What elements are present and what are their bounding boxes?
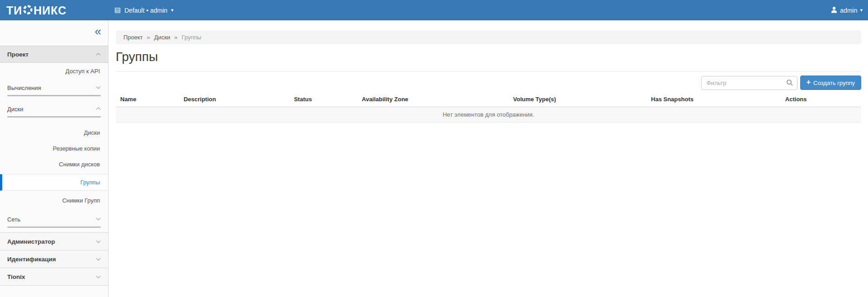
column-header-status[interactable]: Status [289,91,357,107]
context-label: Default • admin [124,7,167,14]
column-header-actions[interactable]: Actions [781,91,861,107]
main-content: Проект » Диски » Группы Группы + Создать… [109,20,868,297]
sidebar-item-api-access[interactable]: Доступ к API [0,63,108,80]
user-icon [831,6,837,14]
page-header: Группы [116,50,861,72]
chevron-down-icon [96,216,101,221]
sidebar-item-groups[interactable]: Группы [0,174,108,191]
toggle-label: Сеть [7,216,20,223]
column-header-availability-zone[interactable]: Availability Zone [357,91,509,107]
top-header-bar: ТИ НИКС ▤ Default • admin ▾ admin ▾ [0,0,868,20]
chevron-down-icon: ▾ [860,8,863,13]
sidebar-toggle-volumes[interactable]: Диски [0,101,108,116]
breadcrumb: Проект » Диски » Группы [116,30,861,44]
table-empty-row: Нет элементов для отображения. [116,107,861,123]
sidebar-collapse-row: « [0,20,108,46]
sidebar-item-backups[interactable]: Резервные копии [0,141,108,156]
create-group-button[interactable]: + Создать группу [800,75,861,90]
column-header-has-snapshots[interactable]: Has Snapshots [646,91,781,107]
project-context-switcher[interactable]: ▤ Default • admin ▾ [114,0,174,20]
empty-state-message: Нет элементов для отображения. [116,107,861,123]
chevron-down-icon [96,85,101,89]
chevron-down-icon: ▾ [171,8,174,13]
toggle-label: Диски [7,106,24,113]
sidebar: « Проект Доступ к API Вычисления Диски Д… [0,20,108,297]
page-title: Группы [116,50,861,64]
table-header-row: Name Description Status Availability Zon… [116,91,861,107]
sidebar-toggle-network[interactable]: Сеть [0,211,108,226]
breadcrumb-volumes[interactable]: Диски [154,34,170,41]
sidebar-item-group-snapshots[interactable]: Снимки Групп [0,193,108,208]
sidebar-collapse-button[interactable]: « [95,22,101,41]
toggle-label: Вычисления [7,85,41,91]
chevron-up-icon [96,53,101,57]
column-header-volume-types[interactable]: Volume Type(s) [509,91,646,107]
user-menu[interactable]: admin ▾ [831,0,863,20]
chevron-down-icon [96,274,101,278]
user-label: admin [840,7,857,14]
sidebar-toggle-compute[interactable]: Вычисления [0,80,108,95]
chevron-up-icon [96,107,101,112]
sidebar-section-admin[interactable]: Администратор [0,233,108,250]
chevron-down-icon [96,239,101,243]
plus-icon: + [807,79,811,86]
sidebar-section-project[interactable]: Проект [0,46,108,63]
breadcrumb-separator: » [175,34,178,41]
logo-swirl-icon [22,4,33,18]
sidebar-item-volumes[interactable]: Диски [0,125,108,141]
toggle-underline [7,95,101,96]
tionix-logo[interactable]: ТИ НИКС [6,4,66,18]
column-header-description[interactable]: Description [179,91,289,107]
breadcrumb-current: Группы [182,34,201,41]
sidebar-item-snapshots[interactable]: Снимки дисков [0,156,108,172]
section-label: Tionix [7,273,25,280]
filter-input[interactable] [702,76,797,90]
logo-text-right: НИКС [33,4,66,17]
section-label: Администратор [7,238,55,245]
column-header-name[interactable]: Name [116,91,179,107]
section-label: Проект [7,51,28,58]
breadcrumb-separator: » [147,34,150,41]
section-label: Идентификация [7,256,56,263]
chevron-down-icon [96,256,101,261]
filter-box [701,76,797,90]
domain-list-icon: ▤ [114,6,121,13]
sidebar-bottom-sections: Администратор Идентификация Tionix [0,232,108,286]
table-toolbar: + Создать группу [116,75,861,90]
toggle-underline [7,116,101,118]
toggle-underline [7,226,101,228]
sidebar-section-identity[interactable]: Идентификация [0,250,108,268]
breadcrumb-project[interactable]: Проект [123,34,143,41]
groups-table: Name Description Status Availability Zon… [116,91,861,123]
create-group-label: Создать группу [813,80,855,86]
search-icon[interactable] [787,80,792,85]
logo-text-left: ТИ [6,4,22,17]
sidebar-section-tionix[interactable]: Tionix [0,268,108,286]
volumes-subnav: Диски Резервные копии Снимки дисков Груп… [0,122,108,211]
